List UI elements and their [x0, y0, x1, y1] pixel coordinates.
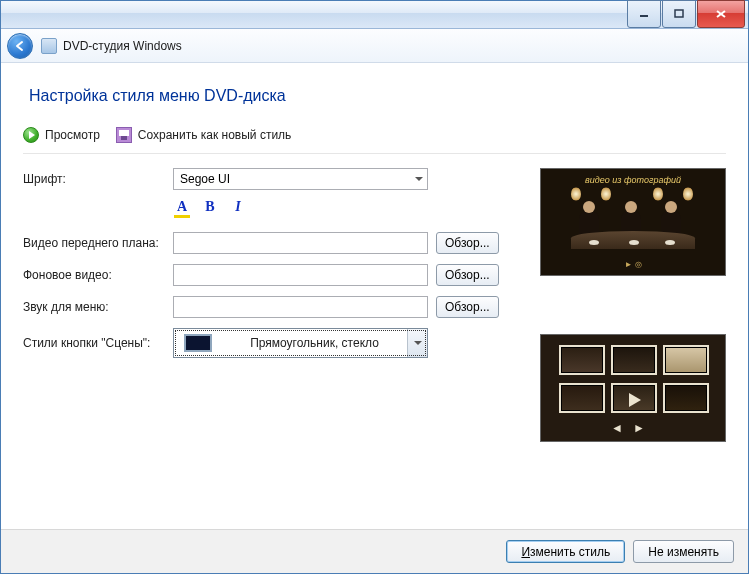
background-video-label: Фоновое видео:	[23, 268, 173, 282]
back-button[interactable]	[7, 33, 33, 59]
window-root: DVD-студия Windows Настройка стиля меню …	[0, 0, 749, 574]
italic-button[interactable]: I	[229, 200, 247, 216]
footer: Изменить стиль Не изменять	[1, 529, 748, 573]
close-button[interactable]	[697, 0, 745, 28]
scene-style-dropdown-button[interactable]	[407, 329, 427, 357]
minimize-button[interactable]	[627, 0, 661, 28]
menu-audio-row: Звук для меню: Обзор...	[23, 296, 520, 318]
apply-style-button[interactable]: Изменить стиль	[506, 540, 625, 563]
font-style-toolbar: A B I	[173, 200, 520, 216]
cancel-button[interactable]: Не изменять	[633, 540, 734, 563]
play-icon	[23, 127, 39, 143]
font-color-button[interactable]: A	[173, 200, 191, 216]
titlebar	[1, 1, 748, 29]
save-icon	[116, 127, 132, 143]
back-arrow-icon	[13, 39, 27, 53]
app-title: DVD-студия Windows	[63, 39, 182, 53]
foreground-video-input[interactable]	[173, 232, 428, 254]
scene-thumb	[663, 345, 709, 375]
scene-style-value: Прямоугольник, стекло	[222, 336, 407, 350]
preview-label: Просмотр	[45, 128, 100, 142]
close-icon	[715, 9, 727, 19]
background-browse-button[interactable]: Обзор...	[436, 264, 499, 286]
form-column: Шрифт: Segoe UI A B I Видео переднего пл…	[23, 168, 520, 442]
scene-nav-arrows: ◄►	[541, 421, 725, 435]
main-menu-preview: видео из фотографий ► ◎	[540, 168, 726, 276]
chevron-down-icon	[415, 177, 423, 181]
svg-rect-1	[675, 10, 683, 17]
background-video-input[interactable]	[173, 264, 428, 286]
scene-thumb	[663, 383, 709, 413]
foreground-video-row: Видео переднего плана: Обзор...	[23, 232, 520, 254]
menu-audio-input[interactable]	[173, 296, 428, 318]
scene-style-row: Стили кнопки "Сцены": Прямоугольник, сте…	[23, 328, 520, 358]
bold-button[interactable]: B	[201, 200, 219, 216]
scenes-menu-preview: ◄►	[540, 334, 726, 442]
font-row: Шрифт: Segoe UI	[23, 168, 520, 190]
preview-overlay-text: видео из фотографий	[541, 175, 725, 185]
chevron-down-icon	[414, 341, 422, 345]
scene-thumb	[611, 345, 657, 375]
scene-style-combobox[interactable]: Прямоугольник, стекло	[173, 328, 428, 358]
preview-column: видео из фотографий ► ◎	[540, 168, 726, 442]
svg-rect-0	[640, 15, 648, 17]
app-icon	[41, 38, 57, 54]
save-style-label: Сохранить как новый стиль	[138, 128, 292, 142]
font-value: Segoe UI	[180, 172, 230, 186]
maximize-icon	[674, 9, 684, 19]
menu-audio-label: Звук для меню:	[23, 300, 173, 314]
foreground-video-label: Видео переднего плана:	[23, 236, 173, 250]
navbar: DVD-студия Windows	[1, 29, 748, 63]
font-label: Шрифт:	[23, 172, 173, 186]
scene-thumb-play	[611, 383, 657, 413]
menu-audio-browse-button[interactable]: Обзор...	[436, 296, 499, 318]
scene-style-swatch	[184, 334, 212, 352]
preview-play-indicator: ► ◎	[541, 260, 725, 269]
preview-command[interactable]: Просмотр	[23, 127, 100, 143]
page-heading: Настройка стиля меню DVD-диска	[29, 87, 726, 105]
foreground-browse-button[interactable]: Обзор...	[436, 232, 499, 254]
font-combobox[interactable]: Segoe UI	[173, 168, 428, 190]
scene-thumb	[559, 345, 605, 375]
background-video-row: Фоновое видео: Обзор...	[23, 264, 520, 286]
body-row: Шрифт: Segoe UI A B I Видео переднего пл…	[23, 168, 726, 442]
save-style-command[interactable]: Сохранить как новый стиль	[116, 127, 292, 143]
content-area: Настройка стиля меню DVD-диска Просмотр …	[1, 63, 748, 529]
minimize-icon	[639, 9, 649, 19]
scene-style-label: Стили кнопки "Сцены":	[23, 336, 173, 350]
scene-thumb	[559, 383, 605, 413]
maximize-button[interactable]	[662, 0, 696, 28]
toolbar: Просмотр Сохранить как новый стиль	[23, 123, 726, 154]
